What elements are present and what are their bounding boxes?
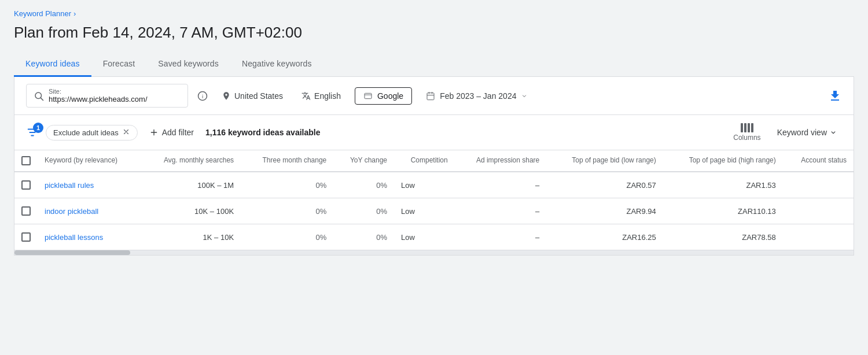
breadcrumb[interactable]: Keyword Planner › <box>14 9 854 18</box>
row-checkbox[interactable] <box>14 224 38 250</box>
header-avg-monthly: Avg. monthly searches <box>141 150 241 172</box>
header-checkbox[interactable] <box>14 150 38 172</box>
header-top-page-high: Top of page bid (high range) <box>663 150 783 172</box>
add-icon <box>149 128 159 137</box>
search-engine-label: Google <box>377 91 403 101</box>
row-select-checkbox[interactable] <box>21 232 31 242</box>
row-account-status <box>783 198 854 224</box>
row-three-month: 0% <box>241 224 333 250</box>
site-search-box[interactable]: Site: https://www.pickleheads.com/ <box>26 84 188 108</box>
select-all-checkbox[interactable] <box>21 156 31 165</box>
calendar-icon <box>426 91 435 101</box>
row-top-page-high: ZAR1.53 <box>663 172 783 198</box>
keywords-table: Keyword (by relevance) Avg. monthly sear… <box>14 150 854 250</box>
site-url: https://www.pickleheads.com/ <box>49 95 148 103</box>
header-account-status: Account status <box>783 150 854 172</box>
row-top-page-high: ZAR78.58 <box>663 224 783 250</box>
tab-keyword-ideas[interactable]: Keyword ideas <box>14 52 91 77</box>
row-three-month: 0% <box>241 198 333 224</box>
location-icon <box>222 91 231 101</box>
page-title: Plan from Feb 14, 2024, 7 AM, GMT+02:00 <box>14 24 854 42</box>
row-select-checkbox[interactable] <box>21 206 31 216</box>
row-top-page-low: ZAR9.94 <box>546 198 663 224</box>
close-icon[interactable] <box>122 128 130 138</box>
filter-row: 1 Exclude adult ideas Add filter 1,116 k… <box>14 115 854 150</box>
header-competition: Competition <box>394 150 455 172</box>
translate-icon <box>301 91 311 101</box>
header-three-month: Three month change <box>241 150 333 172</box>
row-account-status <box>783 224 854 250</box>
site-label: Site: <box>49 88 148 95</box>
location-label: United States <box>234 91 283 101</box>
filter-icon-wrap[interactable]: 1 <box>26 126 39 139</box>
row-top-page-low: ZAR0.57 <box>546 172 663 198</box>
row-keyword[interactable]: pickleball lessons <box>38 224 141 250</box>
row-avg-monthly: 10K – 100K <box>141 198 241 224</box>
filter-badge: 1 <box>33 123 43 133</box>
exclude-adult-chip[interactable]: Exclude adult ideas <box>46 125 138 140</box>
row-avg-monthly: 100K – 1M <box>141 172 241 198</box>
breadcrumb-chevron: › <box>73 9 76 18</box>
row-checkbox[interactable] <box>14 198 38 224</box>
row-top-page-low: ZAR16.25 <box>546 224 663 250</box>
search-icon <box>34 91 44 101</box>
keyword-count: 1,116 keyword ideas available <box>205 128 320 137</box>
row-ad-impression: – <box>455 224 547 250</box>
date-range-selector[interactable]: Feb 2023 – Jan 2024 <box>421 89 532 103</box>
row-checkbox[interactable] <box>14 172 38 198</box>
row-avg-monthly: 1K – 10K <box>141 224 241 250</box>
svg-rect-6 <box>427 93 434 99</box>
scrollbar-thumb[interactable] <box>14 250 130 255</box>
site-text: Site: https://www.pickleheads.com/ <box>49 88 148 103</box>
download-button[interactable] <box>828 89 842 103</box>
date-range-label: Feb 2023 – Jan 2024 <box>440 91 516 101</box>
exclude-adult-label: Exclude adult ideas <box>53 128 119 137</box>
horizontal-scrollbar[interactable] <box>14 250 854 255</box>
row-ad-impression: – <box>455 172 547 198</box>
add-filter-label: Add filter <box>162 128 194 137</box>
row-competition: Low <box>394 198 455 224</box>
language-label: English <box>314 91 341 101</box>
row-yoy: 0% <box>333 224 394 250</box>
keyword-view-chevron-icon <box>829 128 837 136</box>
svg-line-1 <box>41 98 43 100</box>
row-competition: Low <box>394 224 455 250</box>
header-top-page-low: Top of page bid (low range) <box>546 150 663 172</box>
tabs: Keyword ideas Forecast Saved keywords Ne… <box>14 52 854 77</box>
tab-forecast[interactable]: Forecast <box>91 52 147 77</box>
columns-button[interactable]: Columns <box>729 121 765 144</box>
info-icon[interactable]: i <box>197 91 208 101</box>
columns-label: Columns <box>733 134 760 142</box>
keyword-view-button[interactable]: Keyword view <box>773 125 842 139</box>
tab-negative-keywords[interactable]: Negative keywords <box>230 52 323 77</box>
location-filter[interactable]: United States <box>217 89 288 103</box>
table-row: pickleball rules 100K – 1M 0% 0% Low – Z… <box>14 172 854 198</box>
header-yoy: YoY change <box>333 150 394 172</box>
language-filter[interactable]: English <box>297 89 345 103</box>
row-account-status <box>783 172 854 198</box>
row-yoy: 0% <box>333 172 394 198</box>
table-header-row: Keyword (by relevance) Avg. monthly sear… <box>14 150 854 172</box>
row-yoy: 0% <box>333 198 394 224</box>
row-select-checkbox[interactable] <box>21 180 31 190</box>
row-three-month: 0% <box>241 172 333 198</box>
keyword-view-label: Keyword view <box>777 128 827 137</box>
row-top-page-high: ZAR110.13 <box>663 198 783 224</box>
chevron-down-icon <box>521 93 528 99</box>
breadcrumb-label: Keyword Planner <box>14 9 71 18</box>
row-competition: Low <box>394 172 455 198</box>
filter-bar: Site: https://www.pickleheads.com/ i Uni… <box>14 77 854 115</box>
search-engine-selector[interactable]: Google <box>355 87 412 105</box>
header-keyword: Keyword (by relevance) <box>38 150 141 172</box>
header-ad-impression: Ad impression share <box>455 150 547 172</box>
tab-saved-keywords[interactable]: Saved keywords <box>146 52 230 77</box>
svg-rect-4 <box>365 93 372 98</box>
row-keyword[interactable]: indoor pickleball <box>38 198 141 224</box>
columns-icon <box>741 123 753 132</box>
add-filter-button[interactable]: Add filter <box>145 125 198 139</box>
main-content: Site: https://www.pickleheads.com/ i Uni… <box>14 77 854 256</box>
search-engine-icon <box>363 91 373 101</box>
row-ad-impression: – <box>455 198 547 224</box>
svg-text:i: i <box>202 93 203 99</box>
row-keyword[interactable]: pickleball rules <box>38 172 141 198</box>
